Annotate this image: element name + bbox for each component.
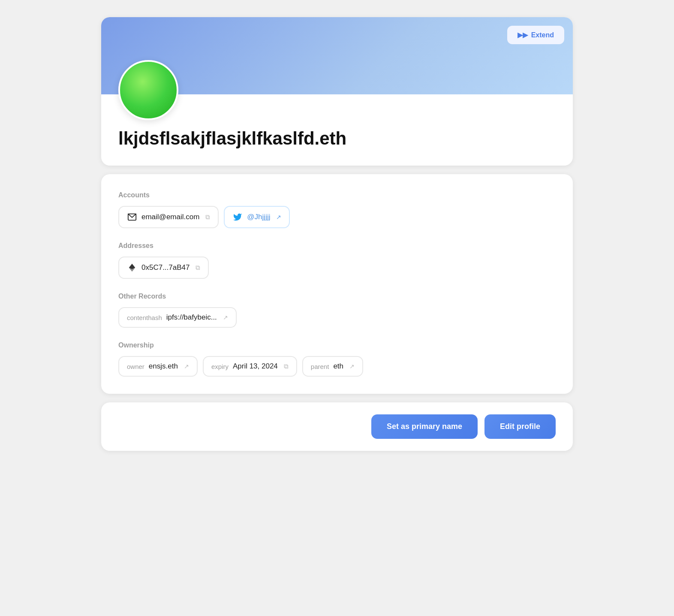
twitter-chip: @Jhjjjjj ↗	[224, 206, 290, 228]
eth-address-value: 0x5C7...7aB47	[141, 263, 190, 272]
addresses-chips: 0x5C7...7aB47 ⧉	[118, 257, 556, 279]
other-records-chips: contenthash ipfs://bafybeic... ↗	[118, 307, 556, 328]
owner-key: owner	[127, 363, 144, 370]
extend-button[interactable]: ▶▶ Extend	[507, 26, 564, 44]
contenthash-external-icon[interactable]: ↗	[223, 314, 228, 321]
ownership-chips: owner ensjs.eth ↗ expiry April 13, 2024 …	[118, 356, 556, 377]
records-card: Accounts email@email.com ⧉	[101, 174, 573, 394]
owner-value: ensjs.eth	[149, 362, 178, 371]
ownership-section: Ownership owner ensjs.eth ↗ expiry April…	[118, 341, 556, 377]
twitter-external-icon[interactable]: ↗	[276, 214, 281, 220]
domain-name: lkjdsflsakjflasjklfkaslfd.eth	[118, 129, 556, 148]
parent-chip: parent eth ↗	[302, 356, 363, 377]
expiry-value: April 13, 2024	[233, 362, 278, 371]
contenthash-chip: contenthash ipfs://bafybeic... ↗	[118, 307, 237, 328]
expiry-key: expiry	[211, 363, 229, 370]
twitter-value: @Jhjjjjj	[247, 213, 270, 221]
avatar-container	[118, 60, 178, 120]
parent-value: eth	[333, 362, 343, 371]
extend-label: Extend	[531, 31, 554, 39]
owner-external-icon[interactable]: ↗	[184, 363, 189, 370]
ownership-label: Ownership	[118, 341, 556, 349]
twitter-icon	[232, 212, 243, 222]
email-copy-icon[interactable]: ⧉	[205, 213, 210, 221]
other-records-section: Other Records contenthash ipfs://bafybei…	[118, 293, 556, 328]
edit-profile-button[interactable]: Edit profile	[484, 414, 556, 439]
parent-external-icon[interactable]: ↗	[349, 363, 355, 370]
addresses-label: Addresses	[118, 242, 556, 250]
expiry-copy-icon[interactable]: ⧉	[284, 362, 289, 370]
eth-icon	[127, 263, 137, 273]
other-records-label: Other Records	[118, 293, 556, 300]
parent-key: parent	[311, 363, 329, 370]
addresses-section: Addresses 0x5C7...7aB47 ⧉	[118, 242, 556, 279]
accounts-chips: email@email.com ⧉ @Jhjjjjj ↗	[118, 206, 556, 228]
extend-icon: ▶▶	[518, 31, 528, 39]
profile-card: ▶▶ Extend lkjdsflsakjflasjklfkaslfd.eth	[101, 17, 573, 166]
avatar	[118, 60, 178, 120]
actions-card: Set as primary name Edit profile	[101, 402, 573, 451]
eth-address-chip: 0x5C7...7aB47 ⧉	[118, 257, 209, 279]
accounts-label: Accounts	[118, 191, 556, 199]
email-icon	[127, 212, 137, 222]
page-container: ▶▶ Extend lkjdsflsakjflasjklfkaslfd.eth …	[101, 17, 573, 451]
accounts-section: Accounts email@email.com ⧉	[118, 191, 556, 228]
eth-copy-icon[interactable]: ⧉	[196, 264, 200, 272]
contenthash-value: ipfs://bafybeic...	[166, 313, 217, 322]
contenthash-key: contenthash	[127, 314, 162, 321]
expiry-chip: expiry April 13, 2024 ⧉	[203, 356, 297, 377]
set-primary-name-button[interactable]: Set as primary name	[371, 414, 478, 439]
owner-chip: owner ensjs.eth ↗	[118, 356, 198, 377]
profile-banner: ▶▶ Extend	[101, 17, 573, 94]
email-chip: email@email.com ⧉	[118, 206, 219, 228]
email-value: email@email.com	[141, 213, 199, 221]
